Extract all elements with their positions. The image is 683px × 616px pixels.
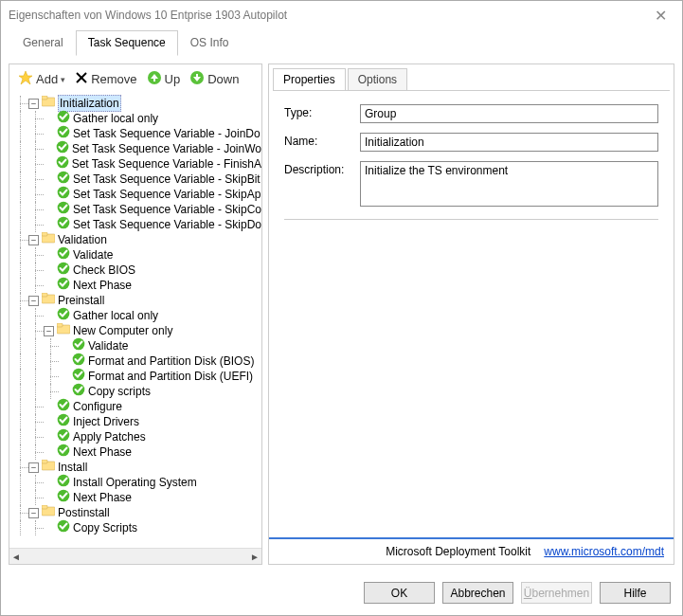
apply-button: Übernehmen bbox=[521, 582, 592, 604]
tree-item-label: Set Task Sequence Variable - SkipAp bbox=[73, 187, 261, 202]
tree-step[interactable]: Set Task Sequence Variable - SkipAp bbox=[9, 187, 261, 202]
tab-general[interactable]: General bbox=[10, 30, 76, 56]
expand-toggle[interactable]: − bbox=[44, 326, 54, 336]
task-sequence-panel: Add ▾ Remove Up bbox=[9, 63, 262, 565]
tree-folder[interactable]: −Preinstall bbox=[9, 293, 261, 308]
tree-step[interactable]: Set Task Sequence Variable - SkipDo bbox=[9, 217, 261, 232]
folder-icon bbox=[42, 505, 55, 520]
tree-step[interactable]: Apply Patches bbox=[9, 429, 261, 444]
tree-step[interactable]: Set Task Sequence Variable - JoinWo bbox=[9, 141, 261, 156]
check-icon bbox=[57, 519, 70, 536]
help-button[interactable]: Hilfe bbox=[600, 582, 671, 604]
folder-icon bbox=[42, 96, 55, 111]
tree-item-label: Next Phase bbox=[73, 490, 132, 505]
tree-item-label: Set Task Sequence Variable - FinishA bbox=[72, 156, 261, 172]
tree-item-label: Copy scripts bbox=[88, 384, 151, 399]
tree-item-label: Install Operating System bbox=[73, 475, 197, 490]
tree-item-label: Apply Patches bbox=[73, 429, 146, 444]
tree-step[interactable]: Configure bbox=[9, 399, 261, 414]
tab-task-sequence[interactable]: Task Sequence bbox=[76, 30, 178, 56]
tree-step[interactable]: Next Phase bbox=[9, 444, 261, 460]
folder-icon bbox=[42, 232, 55, 247]
tree-step[interactable]: Check BIOS bbox=[9, 263, 261, 278]
tab-properties[interactable]: Properties bbox=[273, 68, 346, 90]
up-button[interactable]: Up bbox=[144, 68, 184, 90]
tree-step[interactable]: Set Task Sequence Variable - JoinDo bbox=[9, 126, 261, 141]
tree-step[interactable]: Next Phase bbox=[9, 278, 261, 293]
folder-icon bbox=[57, 323, 70, 338]
tree-step[interactable]: Format and Partition Disk (UEFI) bbox=[9, 369, 261, 384]
tree-step[interactable]: Format and Partition Disk (BIOS) bbox=[9, 353, 261, 369]
expand-toggle[interactable]: − bbox=[28, 99, 39, 109]
check-icon bbox=[57, 216, 70, 233]
down-button[interactable]: Down bbox=[187, 68, 242, 90]
tree-folder[interactable]: −New Computer only bbox=[9, 323, 261, 338]
tree-item-label: Configure bbox=[73, 399, 122, 414]
remove-button[interactable]: Remove bbox=[72, 69, 139, 89]
main-area: Add ▾ Remove Up bbox=[1, 56, 682, 572]
ok-button[interactable]: OK bbox=[364, 582, 435, 604]
tree-item-label: Set Task Sequence Variable - JoinWo bbox=[72, 141, 261, 156]
tree-item-label: Set Task Sequence Variable - SkipDo bbox=[73, 217, 261, 232]
tree-item-label: Copy Scripts bbox=[73, 520, 137, 535]
expand-toggle[interactable]: − bbox=[28, 508, 39, 518]
tree-item-label: Postinstall bbox=[58, 505, 110, 520]
tree-item-label: Set Task Sequence Variable - JoinDo bbox=[73, 126, 261, 141]
description-label: Description: bbox=[284, 161, 360, 176]
expand-toggle[interactable]: − bbox=[28, 462, 39, 473]
tree-step[interactable]: Set Task Sequence Variable - SkipBit bbox=[9, 172, 261, 187]
description-field[interactable] bbox=[360, 161, 658, 207]
task-sequence-tree[interactable]: −Initialization Gather local only Set Ta… bbox=[9, 94, 261, 548]
top-tabs: General Task Sequence OS Info bbox=[1, 29, 682, 56]
separator bbox=[284, 219, 658, 220]
scroll-left-icon[interactable]: ◄ bbox=[11, 552, 21, 562]
tree-folder[interactable]: −Postinstall bbox=[9, 505, 261, 520]
svg-rect-38 bbox=[42, 505, 47, 509]
close-icon[interactable]: ✕ bbox=[647, 7, 674, 25]
tree-item-label: Format and Partition Disk (BIOS) bbox=[88, 353, 254, 369]
name-field[interactable] bbox=[360, 133, 658, 152]
check-icon bbox=[57, 444, 70, 461]
cancel-button[interactable]: Abbrechen bbox=[442, 582, 513, 604]
tree-step[interactable]: Set Task Sequence Variable - FinishA bbox=[9, 156, 261, 172]
window-title: Eigenschaften von Windows 10 Entprise 19… bbox=[9, 9, 647, 22]
tab-options[interactable]: Options bbox=[348, 68, 407, 90]
tree-folder[interactable]: −Install bbox=[9, 460, 261, 475]
tree-item-label: Format and Partition Disk (UEFI) bbox=[88, 369, 253, 384]
tree-step[interactable]: Set Task Sequence Variable - SkipCo bbox=[9, 202, 261, 217]
tree-step[interactable]: Copy scripts bbox=[9, 384, 261, 399]
tree-step[interactable]: Inject Drivers bbox=[9, 414, 261, 429]
tree-container: −Initialization Gather local only Set Ta… bbox=[9, 94, 261, 548]
tree-step[interactable]: Copy Scripts bbox=[9, 520, 261, 535]
tree-item-label: Check BIOS bbox=[73, 263, 135, 278]
tree-step[interactable]: Install Operating System bbox=[9, 475, 261, 490]
tree-step[interactable]: Gather local only bbox=[9, 308, 261, 323]
check-icon bbox=[72, 383, 85, 400]
tree-folder[interactable]: −Validation bbox=[9, 232, 261, 247]
tree-item-label: Gather local only bbox=[73, 308, 158, 323]
tree-item-label: New Computer only bbox=[73, 323, 172, 338]
arrow-down-icon bbox=[189, 70, 205, 88]
tree-item-label: Set Task Sequence Variable - SkipBit bbox=[73, 172, 261, 187]
footer-link[interactable]: www.microsoft.com/mdt bbox=[544, 545, 664, 558]
tree-step[interactable]: Validate bbox=[9, 247, 261, 263]
name-label: Name: bbox=[284, 133, 360, 148]
check-icon bbox=[57, 277, 70, 294]
tab-os-info[interactable]: OS Info bbox=[178, 30, 242, 56]
footer-bar: Microsoft Deployment Toolkit www.microso… bbox=[269, 537, 674, 564]
tree-folder[interactable]: −Initialization bbox=[9, 96, 261, 111]
tree-step[interactable]: Gather local only bbox=[9, 111, 261, 126]
expand-toggle[interactable]: − bbox=[28, 296, 39, 306]
tree-item-label: Inject Drivers bbox=[73, 414, 139, 429]
dialog-buttons: OK Abbrechen Übernehmen Hilfe bbox=[1, 572, 682, 615]
tree-step[interactable]: Validate bbox=[9, 338, 261, 353]
expand-toggle[interactable]: − bbox=[28, 235, 39, 245]
scroll-right-icon[interactable]: ► bbox=[250, 552, 260, 562]
tree-step[interactable]: Next Phase bbox=[9, 490, 261, 505]
titlebar: Eigenschaften von Windows 10 Entprise 19… bbox=[1, 1, 682, 29]
add-button[interactable]: Add ▾ bbox=[15, 68, 68, 90]
check-icon bbox=[57, 307, 70, 324]
horizontal-scrollbar[interactable]: ◄ ► bbox=[9, 548, 261, 564]
type-field bbox=[360, 104, 658, 123]
star-add-icon bbox=[18, 70, 33, 88]
